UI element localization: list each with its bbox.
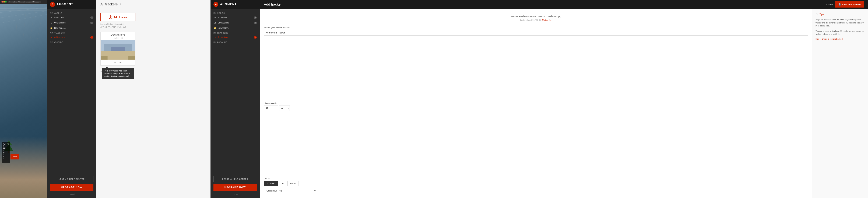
sidebar-item-count-all-trackers-2: 1 <box>254 36 257 38</box>
sidebar-item-all-trackers-2[interactable]: ∞ All trackers 1 <box>211 35 260 40</box>
sidebar-item-all-trackers-1[interactable]: ∞ All trackers 1 <box>47 35 96 40</box>
name-form-group: * Name your custom tracker: <box>264 27 808 98</box>
logout-link-2[interactable]: Log out <box>213 192 257 196</box>
file-update: Last update: 2017-12-19 Update file <box>264 19 808 21</box>
learn-help-btn-2[interactable]: LEARN & HELP CENTER <box>213 176 257 182</box>
svg-line-2 <box>0 15 47 23</box>
sidebar-item-label-unclassified-2: Unclassified <box>218 22 252 24</box>
tracker-card-actions: ✏ 👁 <box>101 60 135 65</box>
tracker-card-subtitle: Tracker Test <box>101 37 135 40</box>
link-to-label: Link to: <box>264 177 808 179</box>
augment-logo-icon-1: A <box>50 2 55 7</box>
sidebar-bottom-2: LEARN & HELP CENTER UPGRADE NOW Log out <box>211 174 260 198</box>
main-title-1: All trackers <box>100 2 118 6</box>
close-dot[interactable] <box>1 1 3 3</box>
unclassified-icon-2: ⊡ <box>213 21 216 24</box>
background-photo: My models - All models | Augment Manager <box>0 0 47 198</box>
sidebar-logo-2: A AUGMENT <box>211 0 260 9</box>
browser-tab[interactable]: My models - All models | Augment Manager <box>8 1 41 3</box>
add-tracker-button[interactable]: + Add tracker <box>100 13 135 21</box>
panel-all-trackers: A AUGMENT MY MODELS ∞ All models 1 ⊡ Unc… <box>47 0 210 198</box>
sidebar-nav-2: MY MODELS ∞ All models 3 ⊡ Unclassified … <box>211 9 260 174</box>
svg-rect-9 <box>0 10 47 11</box>
infinity-trackers-icon-2: ∞ <box>213 36 216 39</box>
red-display-box: AD8.0 <box>10 154 19 160</box>
sidebar-logo-text-2: AUGMENT <box>220 3 237 6</box>
width-input[interactable] <box>264 105 278 111</box>
how-to-link[interactable]: How to create a custom tracker? <box>815 38 865 40</box>
svg-rect-8 <box>0 8 47 9</box>
upgrade-btn-2[interactable]: UPGRADE NOW <box>213 184 257 191</box>
view-icon[interactable]: 👁 <box>119 61 122 64</box>
upgrade-btn-1[interactable]: UPGRADE NOW <box>50 184 93 191</box>
link-tab-url[interactable]: URL <box>278 181 287 186</box>
save-icon: 💾 <box>838 3 841 6</box>
link-tab-folder[interactable]: Folder <box>287 181 299 186</box>
infinity-icon-1: ∞ <box>50 16 53 19</box>
header-actions: Cancel 💾 Save and publish <box>826 1 864 7</box>
accepted-formats: images file format accepted: JPG, JPEG, … <box>100 23 206 29</box>
svg-line-5 <box>23 8 26 43</box>
sidebar-1: A AUGMENT MY MODELS ∞ All models 1 ⊡ Unc… <box>47 0 96 198</box>
svg-line-6 <box>30 8 35 43</box>
add-tracker-content: Add tracker Cancel 💾 Save and publish 9a… <box>260 0 868 198</box>
learn-help-btn-1[interactable]: LEARN & HELP CENTER <box>50 176 93 182</box>
svg-line-7 <box>37 8 44 43</box>
cancel-button[interactable]: Cancel <box>826 3 833 6</box>
sidebar-item-label-all-trackers-2: All trackers <box>218 36 252 38</box>
add-tracker-title: Add tracker <box>264 2 282 6</box>
save-publish-button[interactable]: 💾 Save and publish <box>835 1 864 7</box>
tracker-card-title: Environment As <box>101 32 135 37</box>
sidebar-section-my-trackers-2: MY TRACKERS <box>211 31 260 35</box>
name-label: * Name your custom tracker: <box>264 27 808 29</box>
add-tracker-header: Add tracker Cancel 💾 Save and publish <box>260 0 868 9</box>
sidebar-section-my-account-1: MY ACCOUNT <box>47 40 96 44</box>
sidebar-item-label-all-models-2: All models <box>218 16 252 19</box>
sidebar-section-my-models-2: MY MODELS <box>211 11 260 15</box>
name-input[interactable] <box>264 30 808 35</box>
ceiling-lines <box>0 4 47 43</box>
browser-bar: My models - All models | Augment Manager <box>0 0 47 4</box>
sidebar-item-unclassified-1[interactable]: ⊡ Unclassified 1 <box>47 20 96 25</box>
sidebar-item-unclassified-2[interactable]: ⊡ Unclassified 3 <box>211 20 260 25</box>
sidebar-item-new-folder-2[interactable]: 📁 New folder... <box>211 25 260 31</box>
link-tab-3d-model[interactable]: 3D model <box>264 181 278 186</box>
main-content-1: All trackers 1 + Add tracker images file… <box>96 0 210 198</box>
edit-icon[interactable]: ✏ <box>114 61 116 64</box>
sidebar-item-new-folder-1[interactable]: 📁 New folder... <box>47 25 96 31</box>
unit-select[interactable]: cm ▾ in ▾ <box>279 105 290 111</box>
add-tracker-btn-label: Add tracker <box>114 16 127 19</box>
model-select[interactable]: Christmas Tree <box>264 188 316 194</box>
sidebar-item-label-unclassified-1: Unclassified <box>54 22 89 24</box>
svg-line-4 <box>16 8 18 43</box>
logout-link-1[interactable]: Log out <box>50 192 93 196</box>
sidebar-item-count-unclassified-1: 1 <box>90 22 93 24</box>
sidebar-2: A AUGMENT MY MODELS ∞ All models 3 ⊡ Unc… <box>211 0 260 198</box>
augment-logo-icon-2: A <box>213 2 218 7</box>
tracker-card-image <box>101 40 135 60</box>
tips-panel: ⟳ Tips: Augment needs to know the width … <box>812 9 868 198</box>
background-text: RUN TO私BEにMEなよるに <box>2 142 10 163</box>
sidebar-section-my-account-2: MY ACCOUNT <box>211 40 260 44</box>
update-file-link[interactable]: Update file <box>542 19 552 21</box>
tracker-cards-container: Environment As Tracker Test <box>100 32 206 65</box>
save-publish-label: Save and publish <box>842 3 861 6</box>
tracker-image-svg <box>101 40 135 60</box>
sidebar-section-my-models-1: MY MODELS <box>47 11 96 15</box>
tracker-card-image-inner <box>101 40 135 60</box>
browser-dots <box>1 1 7 3</box>
minimize-dot[interactable] <box>3 1 5 3</box>
maximize-dot[interactable] <box>5 1 7 3</box>
sidebar-section-my-trackers-1: MY TRACKERS <box>47 31 96 35</box>
infinity-trackers-icon-1: ∞ <box>50 36 53 39</box>
sidebar-item-all-models-1[interactable]: ∞ All models 1 <box>47 15 96 20</box>
add-tracker-plus-icon: + <box>108 16 112 19</box>
svg-rect-14 <box>111 47 125 51</box>
width-row: cm ▾ in ▾ <box>264 105 808 111</box>
tips-refresh-icon: ⟳ <box>815 12 818 16</box>
model-select-container: Christmas Tree <box>264 188 808 194</box>
folder-icon-1: 📁 <box>50 27 53 29</box>
file-name: 9acc14a8-eb84-42e8-8d38-a3bd759d2306.jpg <box>264 15 808 18</box>
sidebar-item-all-models-2[interactable]: ∞ All models 3 <box>211 15 260 20</box>
sidebar-logo-1: A AUGMENT <box>47 0 96 9</box>
